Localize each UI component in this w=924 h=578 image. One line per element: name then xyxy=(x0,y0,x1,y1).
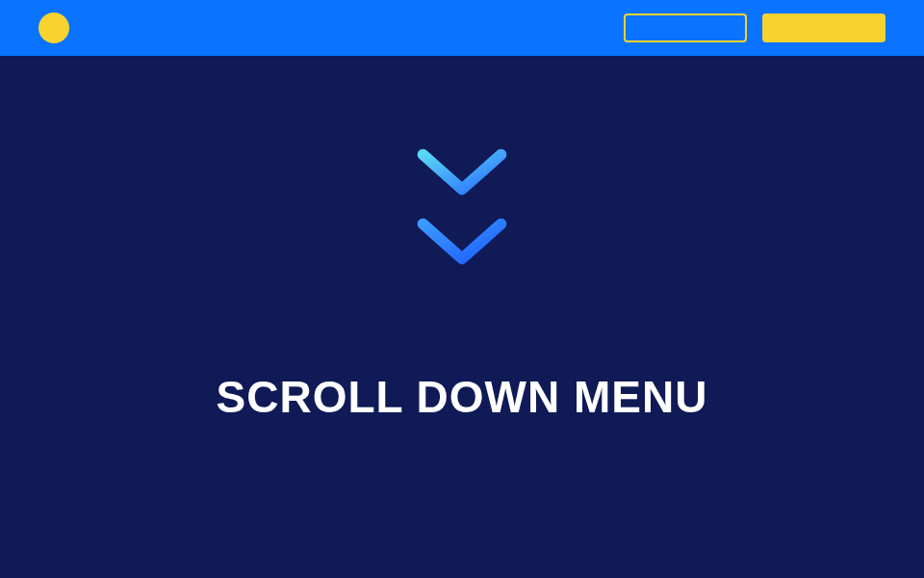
page-title: SCROLL DOWN MENU xyxy=(217,371,708,423)
logo-circle[interactable] xyxy=(38,13,69,43)
header-nav xyxy=(624,13,886,42)
nav-button-outline[interactable] xyxy=(624,13,747,42)
chevron-down-icon xyxy=(395,202,529,289)
double-chevron-down-icon xyxy=(395,133,529,289)
header-bar xyxy=(0,0,924,56)
nav-button-solid[interactable] xyxy=(762,13,886,42)
main-content: SCROLL DOWN MENU xyxy=(0,56,924,423)
